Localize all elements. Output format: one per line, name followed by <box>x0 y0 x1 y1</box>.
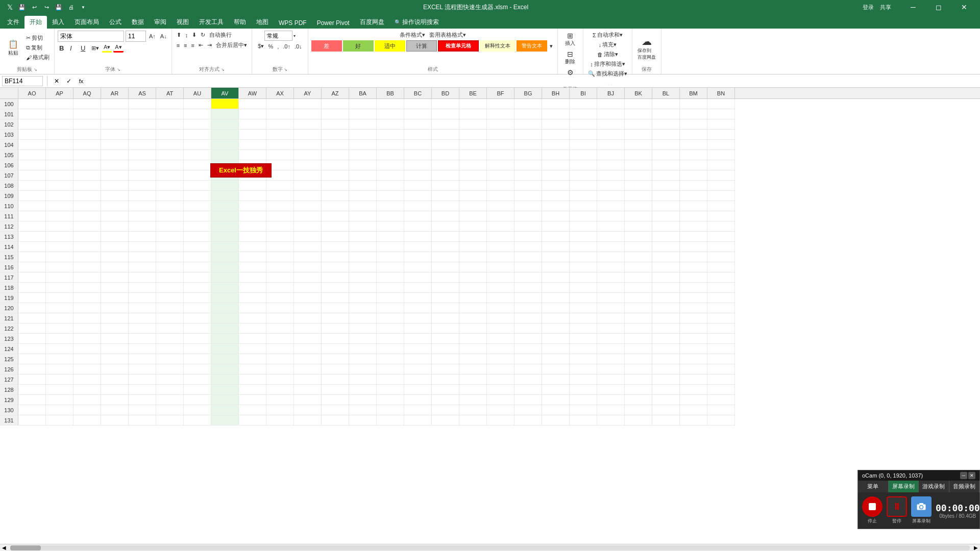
cell[interactable] <box>156 323 184 334</box>
scroll-left-arrow[interactable]: ◀ <box>0 545 8 550</box>
cell[interactable] <box>404 130 432 140</box>
cell[interactable] <box>211 405 239 415</box>
cell[interactable] <box>432 283 459 293</box>
cell[interactable] <box>570 313 597 323</box>
cell[interactable] <box>487 170 514 181</box>
cell[interactable] <box>18 232 46 242</box>
cell[interactable] <box>707 262 735 272</box>
cell[interactable] <box>101 303 129 313</box>
cell[interactable] <box>266 374 294 385</box>
cell[interactable] <box>707 344 735 354</box>
cell[interactable] <box>74 170 101 181</box>
cell[interactable] <box>625 293 652 303</box>
cell[interactable] <box>239 201 266 211</box>
cell[interactable] <box>432 334 459 344</box>
cell[interactable] <box>156 313 184 323</box>
col-header-AY[interactable]: AY <box>294 88 322 98</box>
cell[interactable] <box>74 395 101 405</box>
styles-more-btn[interactable]: ▾ <box>548 40 554 52</box>
cell[interactable] <box>322 415 349 425</box>
cell[interactable] <box>404 374 432 385</box>
cell[interactable] <box>74 374 101 385</box>
cell[interactable] <box>404 385 432 395</box>
cell[interactable] <box>349 109 377 119</box>
cell[interactable] <box>625 283 652 293</box>
cell[interactable] <box>294 364 322 374</box>
cell[interactable] <box>487 130 514 140</box>
cell[interactable] <box>652 272 680 283</box>
cell[interactable] <box>625 395 652 405</box>
cell[interactable] <box>184 252 211 262</box>
cell[interactable] <box>487 283 514 293</box>
cell[interactable] <box>542 160 570 170</box>
cell[interactable] <box>74 150 101 160</box>
cell[interactable] <box>652 374 680 385</box>
cell[interactable] <box>239 334 266 344</box>
row-num-123[interactable]: 123 <box>0 334 18 344</box>
cell[interactable] <box>46 211 74 221</box>
cell[interactable] <box>184 262 211 272</box>
cell[interactable] <box>156 191 184 201</box>
cell[interactable] <box>597 170 625 181</box>
cell[interactable] <box>211 313 239 323</box>
cell[interactable] <box>459 252 487 262</box>
col-header-AT[interactable]: AT <box>156 88 184 98</box>
cell[interactable] <box>680 130 707 140</box>
col-header-AQ[interactable]: AQ <box>74 88 101 98</box>
cell[interactable] <box>707 293 735 303</box>
cell[interactable] <box>680 119 707 130</box>
cell[interactable] <box>266 221 294 232</box>
grid-container[interactable]: 1001011021031041051061071081091101111121… <box>0 99 980 544</box>
cell[interactable] <box>487 119 514 130</box>
cell[interactable] <box>459 201 487 211</box>
sort-filter-btn[interactable]: ↕排序和筛选▾ <box>589 60 627 68</box>
cell[interactable] <box>377 272 404 283</box>
cell[interactable] <box>432 119 459 130</box>
cell[interactable] <box>570 160 597 170</box>
cell[interactable] <box>211 130 239 140</box>
find-select-btn[interactable]: 🔍查找和选择▾ <box>586 69 629 78</box>
cell[interactable] <box>707 374 735 385</box>
cell[interactable] <box>680 252 707 262</box>
cell[interactable] <box>625 415 652 425</box>
cell[interactable] <box>184 344 211 354</box>
cell[interactable] <box>294 191 322 201</box>
cell[interactable] <box>404 160 432 170</box>
cell[interactable] <box>570 119 597 130</box>
cell[interactable] <box>487 395 514 405</box>
cell[interactable] <box>597 344 625 354</box>
cell[interactable] <box>349 385 377 395</box>
cell[interactable] <box>239 262 266 272</box>
cell[interactable] <box>432 130 459 140</box>
cell[interactable] <box>129 170 156 181</box>
cell[interactable] <box>570 109 597 119</box>
cell[interactable] <box>625 313 652 323</box>
cell[interactable] <box>652 334 680 344</box>
restore-btn[interactable]: ◻ <box>927 0 950 14</box>
cell[interactable] <box>542 140 570 150</box>
cell[interactable] <box>46 140 74 150</box>
cell[interactable] <box>542 395 570 405</box>
cell[interactable] <box>184 211 211 221</box>
cell[interactable] <box>101 354 129 364</box>
cell[interactable] <box>707 109 735 119</box>
cell[interactable] <box>570 252 597 262</box>
cell[interactable] <box>184 130 211 140</box>
cell[interactable] <box>239 374 266 385</box>
cell[interactable] <box>570 385 597 395</box>
cell[interactable] <box>129 160 156 170</box>
cell[interactable] <box>74 109 101 119</box>
cell[interactable] <box>377 160 404 170</box>
cell[interactable] <box>101 221 129 232</box>
cell[interactable] <box>570 374 597 385</box>
cell[interactable] <box>129 354 156 364</box>
cell[interactable] <box>432 191 459 201</box>
cell[interactable] <box>322 303 349 313</box>
indent-dec-btn[interactable]: ⇤ <box>197 41 205 49</box>
cell[interactable] <box>404 242 432 252</box>
cell[interactable] <box>404 211 432 221</box>
cell[interactable] <box>239 119 266 130</box>
row-num-111[interactable]: 111 <box>0 211 18 221</box>
cell[interactable] <box>101 405 129 415</box>
cell[interactable] <box>652 150 680 160</box>
